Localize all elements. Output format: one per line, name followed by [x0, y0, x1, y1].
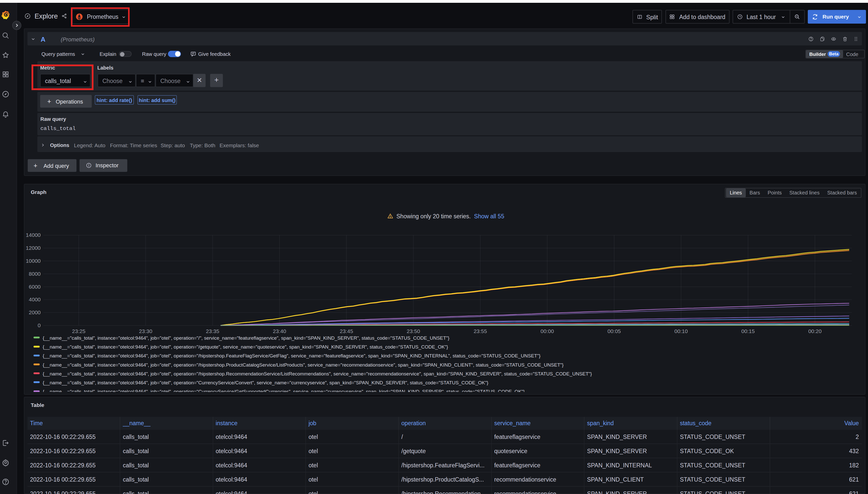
- svg-text:12000: 12000: [26, 245, 41, 251]
- svg-text:0: 0: [38, 322, 41, 328]
- svg-text:14000: 14000: [26, 232, 41, 238]
- svg-text:23:35: 23:35: [206, 328, 219, 334]
- svg-text:00:15: 00:15: [741, 328, 755, 334]
- svg-text:23:25: 23:25: [72, 328, 86, 334]
- svg-text:6000: 6000: [29, 284, 41, 290]
- svg-text:00:20: 00:20: [808, 328, 822, 334]
- svg-text:00:00: 00:00: [541, 328, 554, 334]
- svg-text:23:50: 23:50: [407, 328, 420, 334]
- svg-text:2000: 2000: [29, 309, 41, 315]
- svg-text:8000: 8000: [29, 271, 41, 277]
- svg-text:00:05: 00:05: [608, 328, 621, 334]
- svg-text:23:55: 23:55: [474, 328, 487, 334]
- svg-text:10000: 10000: [26, 258, 41, 264]
- svg-text:23:45: 23:45: [340, 328, 353, 334]
- svg-text:23:30: 23:30: [139, 328, 152, 334]
- svg-text:00:10: 00:10: [674, 328, 688, 334]
- svg-text:23:40: 23:40: [273, 328, 286, 334]
- svg-text:4000: 4000: [29, 297, 41, 302]
